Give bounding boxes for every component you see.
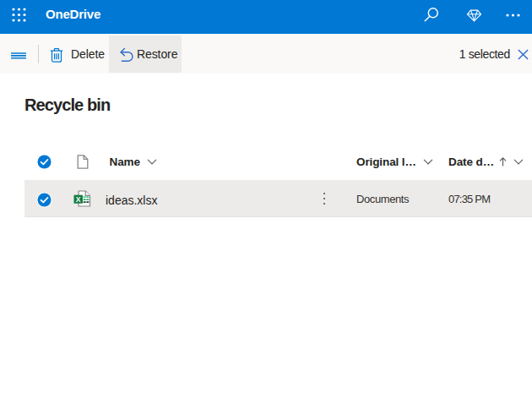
original-location-cell: Documents xyxy=(356,192,409,206)
ellipsis-icon xyxy=(506,14,520,17)
search-icon xyxy=(424,8,439,23)
menu-button[interactable] xyxy=(4,35,33,72)
restore-button-label: Restore xyxy=(137,47,177,61)
document-icon xyxy=(77,155,89,169)
selection-count: 1 selected xyxy=(459,34,510,74)
restore-button[interactable]: Restore xyxy=(109,35,182,73)
column-header-original-location[interactable]: Original l… xyxy=(356,154,433,170)
clear-selection-button[interactable] xyxy=(510,41,532,67)
diamond-icon xyxy=(466,9,482,22)
row-more-actions-button[interactable] xyxy=(319,193,329,205)
file-type-column-icon[interactable] xyxy=(77,155,89,169)
chevron-down-icon xyxy=(147,159,157,165)
waffle-icon xyxy=(12,8,26,22)
app-header: OneDrive xyxy=(0,0,532,34)
chevron-down-icon xyxy=(423,159,433,165)
app-launcher-button[interactable] xyxy=(0,0,37,34)
column-header-date-deleted[interactable]: Date d… xyxy=(448,154,524,170)
chevron-down-icon xyxy=(513,159,524,165)
page-title: Recycle bin xyxy=(24,96,110,113)
checked-circle-icon xyxy=(36,192,52,208)
list-header: Name Original l… Date d… xyxy=(24,148,532,176)
hamburger-icon xyxy=(11,52,26,59)
delete-button[interactable]: Delete xyxy=(42,35,113,73)
sort-ascending-icon xyxy=(499,157,507,166)
more-options-button[interactable] xyxy=(498,0,527,32)
date-deleted-cell: 07:35 PM xyxy=(448,192,490,206)
file-name[interactable]: ideas.xlsx xyxy=(106,192,157,209)
svg-text:X: X xyxy=(76,195,81,204)
row-checkbox[interactable] xyxy=(36,192,52,211)
toolbar-divider xyxy=(38,45,39,63)
file-row[interactable]: X ideas.xlsx Documents 07:35 PM xyxy=(24,180,532,217)
close-icon xyxy=(518,49,529,60)
excel-file-icon: X xyxy=(73,190,91,207)
premium-button[interactable] xyxy=(459,0,488,32)
brand-logo[interactable]: OneDrive xyxy=(46,0,100,34)
command-bar: Delete Restore 1 selected xyxy=(0,34,532,74)
select-all-checkbox[interactable] xyxy=(36,154,52,173)
dot xyxy=(323,193,325,194)
checked-circle-icon xyxy=(36,154,52,170)
delete-button-label: Delete xyxy=(71,47,105,61)
search-button[interactable] xyxy=(417,0,446,32)
restore-icon xyxy=(118,47,133,63)
column-header-name[interactable]: Name xyxy=(110,154,157,170)
main-content: Recycle bin Name Original l… xyxy=(0,74,532,393)
trash-icon xyxy=(50,48,63,63)
